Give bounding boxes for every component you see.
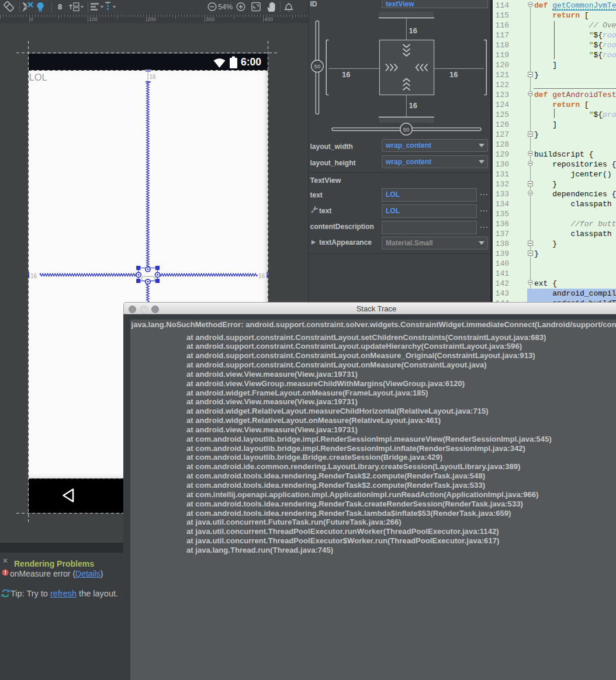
svg-text:16: 16 bbox=[449, 70, 458, 79]
svg-text:50: 50 bbox=[403, 126, 410, 133]
svg-text:16: 16 bbox=[409, 101, 417, 110]
svg-text:50: 50 bbox=[314, 63, 321, 70]
svg-text:16: 16 bbox=[342, 70, 350, 79]
svg-text:16: 16 bbox=[409, 26, 417, 35]
